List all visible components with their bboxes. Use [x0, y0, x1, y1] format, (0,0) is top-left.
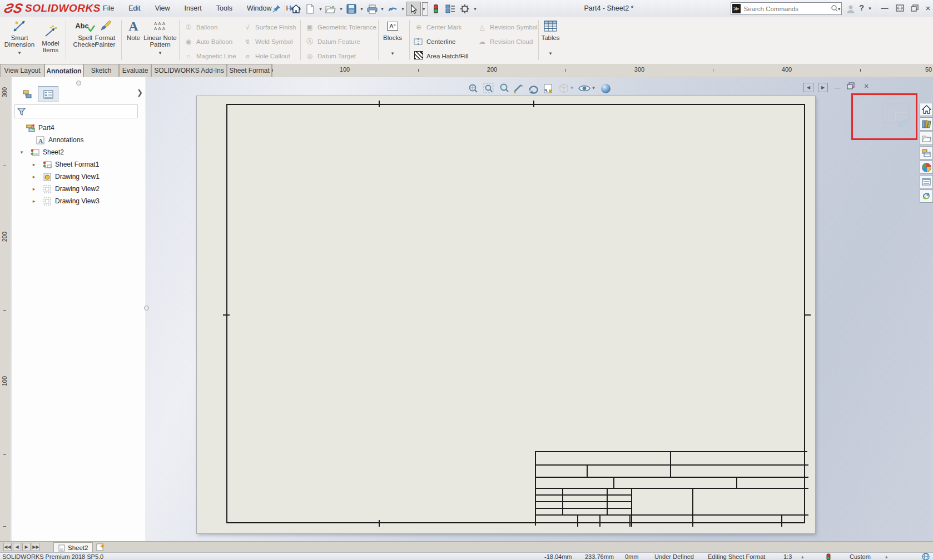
tab-evaluate[interactable]: Evaluate [119, 64, 151, 77]
3d-drawing-view-icon[interactable] [512, 82, 525, 94]
area-hatch-fill-button[interactable]: Area Hatch/Fill [414, 51, 468, 61]
open-dropdown[interactable]: ▾ [339, 6, 344, 12]
open-button[interactable] [324, 2, 338, 16]
window-minimize-button[interactable]: — [877, 1, 892, 14]
design-library-icon[interactable] [920, 117, 933, 131]
web-help-globe-icon[interactable] [922, 553, 930, 560]
search-commands-box[interactable]: ≫ ▾ [731, 2, 842, 15]
scale-popup-arrow[interactable]: ▴ [801, 553, 804, 560]
hide-show-items-icon[interactable] [578, 82, 591, 94]
tab-solidworks-add-ins[interactable]: SOLIDWORKS Add-Ins [151, 64, 227, 77]
view-palette-icon[interactable] [920, 146, 933, 159]
expand-arrow-icon[interactable]: ▸ [31, 186, 37, 192]
drawing-sheet[interactable] [197, 96, 815, 533]
graphics-area[interactable]: ▾ ▾ ◀ ▶ — × [11, 77, 933, 541]
property-manager-tab[interactable] [38, 86, 58, 102]
zoom-icon[interactable] [498, 82, 511, 94]
tree-item-annotations[interactable]: A Annotations [36, 134, 83, 146]
expand-arrow-icon[interactable]: ▸ [31, 162, 37, 167]
featuremanager-tree-tab[interactable] [17, 86, 38, 102]
home-button[interactable] [289, 2, 302, 16]
previous-sheet-button[interactable]: ◀ [13, 543, 21, 551]
menu-view[interactable]: View [148, 4, 177, 12]
rotate-view-icon[interactable] [527, 82, 540, 94]
custom-properties-icon[interactable] [920, 175, 933, 188]
user-account-icon[interactable] [844, 2, 857, 16]
menu-file[interactable]: File [96, 4, 121, 12]
next-window-icon[interactable]: ▶ [818, 83, 828, 92]
tree-item-drawing-view3[interactable]: ▸ Drawing View3 [31, 196, 100, 207]
tree-item-drawing-view1[interactable]: ▸ Drawing View1 [31, 171, 100, 182]
menu-insert[interactable]: Insert [177, 4, 209, 12]
child-restore-icon[interactable] [847, 82, 855, 89]
sheet-properties-icon[interactable] [542, 82, 555, 94]
smart-dimension-button[interactable]: Smart Dimension ▾ [3, 19, 36, 56]
child-minimize-icon[interactable]: — [832, 83, 842, 91]
search-icon[interactable] [831, 4, 837, 13]
display-style-dropdown[interactable]: ▾ [569, 85, 574, 91]
next-sheet-button[interactable]: ▶ [22, 543, 31, 551]
linear-note-pattern-dropdown[interactable]: ▾ [158, 49, 163, 56]
save-dropdown[interactable]: ▾ [359, 6, 364, 12]
file-explorer-icon[interactable] [920, 132, 933, 145]
window-close-button[interactable]: × [921, 1, 933, 14]
search-dropdown[interactable]: ▾ [837, 6, 841, 12]
select-tool-button[interactable] [406, 2, 421, 16]
new-document-button[interactable] [304, 2, 317, 16]
window-expand-button[interactable] [892, 1, 907, 14]
sheet-scale-label[interactable]: 1:3 [783, 553, 792, 560]
format-painter-button[interactable]: Format Painter [89, 19, 121, 48]
tables-dropdown[interactable]: ▾ [548, 50, 553, 57]
sheet-tab-sheet2[interactable]: Sheet2 [53, 542, 93, 553]
title-block[interactable] [535, 451, 807, 526]
menu-edit[interactable]: Edit [121, 4, 148, 12]
tab-sketch[interactable]: Sketch [83, 64, 119, 77]
print-button[interactable] [365, 2, 379, 16]
tab-view-layout[interactable]: View Layout [0, 64, 44, 77]
help-icon[interactable]: ? [859, 3, 864, 12]
expand-arrow-icon[interactable]: ▸ [31, 198, 37, 204]
last-sheet-button[interactable]: ▶▶ [32, 543, 40, 551]
options-dropdown[interactable]: ▾ [473, 6, 478, 12]
tree-item-drawing-view2[interactable]: ▸ Drawing View2 [31, 183, 100, 194]
file-properties-button[interactable] [444, 2, 457, 16]
configuration-popup-arrow[interactable]: ▴ [885, 553, 888, 560]
panel-drag-handle[interactable] [76, 81, 81, 86]
help-dropdown[interactable]: ▾ [867, 6, 872, 11]
pin-menu-icon[interactable] [270, 2, 284, 15]
model-items-button[interactable]: Model Items [34, 24, 67, 53]
zoom-to-area-icon[interactable] [482, 82, 495, 94]
solidworks-forum-icon[interactable] [920, 189, 933, 203]
panel-splitter-handle[interactable] [144, 306, 149, 311]
tab-annotation[interactable]: Annotation [44, 64, 83, 77]
rebuild-traffic-light-icon[interactable] [429, 2, 443, 16]
tree-filter-box[interactable] [14, 104, 138, 118]
window-restore-button[interactable] [907, 1, 922, 14]
add-sheet-button[interactable] [96, 543, 106, 552]
blocks-dropdown[interactable]: ▾ [390, 50, 395, 57]
panel-expand-arrow[interactable]: ❯ [137, 88, 143, 97]
centerline-button[interactable]: Centerline [414, 37, 455, 47]
tree-item-sheet2[interactable]: ▾ Sheet2 [18, 147, 64, 158]
search-input[interactable] [743, 5, 831, 13]
print-dropdown[interactable]: ▾ [380, 6, 385, 12]
blocks-button[interactable]: A° Blocks ▾ [377, 19, 408, 57]
tables-button[interactable]: Tables ▾ [535, 19, 566, 57]
appearances-icon[interactable] [920, 161, 933, 174]
first-sheet-button[interactable]: ◀◀ [3, 543, 12, 551]
tree-item-sheet-format1[interactable]: ▸ Sheet Format1 [31, 159, 99, 170]
solidworks-resources-icon[interactable] [920, 103, 933, 116]
smart-dimension-dropdown[interactable]: ▾ [17, 49, 22, 56]
view-settings-icon[interactable] [599, 82, 612, 94]
child-close-icon[interactable]: × [861, 82, 871, 91]
collapse-arrow-icon[interactable]: ▾ [18, 149, 25, 155]
select-tool-dropdown[interactable]: ▾ [422, 2, 428, 16]
previous-window-icon[interactable]: ◀ [803, 83, 813, 92]
new-document-dropdown[interactable]: ▾ [318, 6, 323, 12]
linear-note-pattern-button[interactable]: AAAAAA Linear Note Pattern ▾ [140, 19, 180, 56]
configuration-label[interactable]: Custom [850, 553, 871, 560]
tab-sheet-format[interactable]: Sheet Format [227, 64, 272, 77]
undo-button[interactable] [386, 2, 399, 16]
save-button[interactable] [345, 2, 358, 16]
zoom-to-fit-icon[interactable] [466, 82, 480, 94]
